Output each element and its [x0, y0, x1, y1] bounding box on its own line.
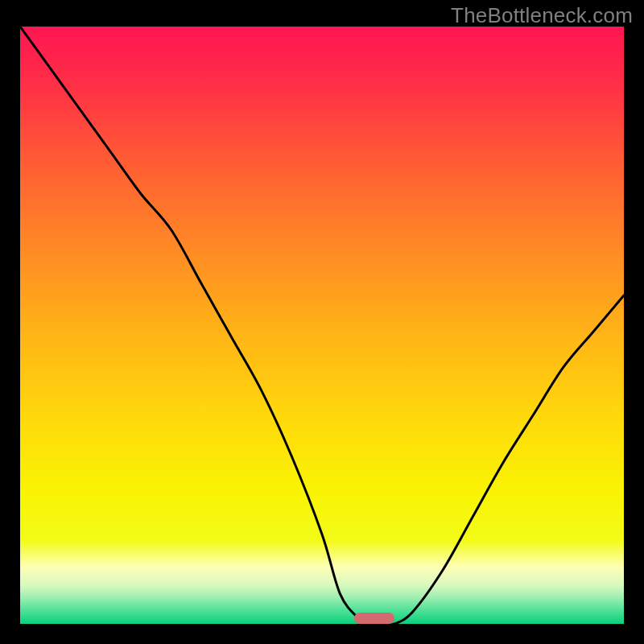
watermark-text: TheBottleneck.com	[451, 3, 633, 28]
plot-area	[20, 27, 624, 624]
chart-frame: TheBottleneck.com	[0, 0, 644, 644]
target-marker-pill	[354, 613, 394, 624]
bottleneck-curve	[20, 27, 624, 624]
